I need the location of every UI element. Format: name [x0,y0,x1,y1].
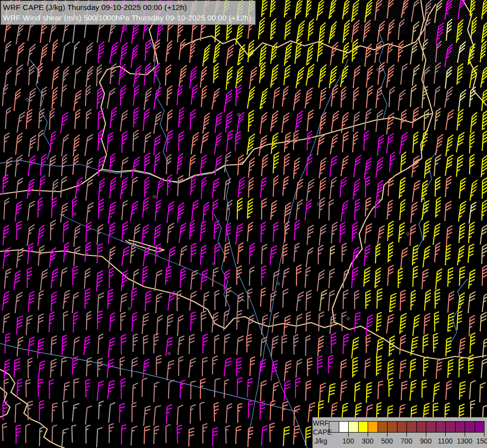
legend-tick [465,433,465,437]
legend-tick [445,433,446,437]
legend-cell [358,421,369,433]
legend-colorbar: 100300500700900110013001500 [313,418,487,448]
legend-cell [445,421,456,433]
wind-shear-title-line: WRF Wind shear (m/s) 500/1000hPa Thursda… [3,12,251,23]
cape-legend: WRF CAPE J/kg 10030050070090011001300150… [312,417,487,448]
legend-tick-label: 300 [357,437,379,445]
legend-cell [387,421,397,433]
legend-tick-label: 1300 [454,437,476,445]
legend-tick [368,433,368,437]
legend-tick-label: 900 [415,437,437,445]
legend-cell [416,421,427,433]
legend-cell [397,421,407,433]
legend-cell [465,421,475,433]
legend-cell [368,421,378,433]
cape-title-line: WRF CAPE (J/kg) Thursday 09-10-2025 00:0… [3,2,251,12]
legend-tick [387,433,388,437]
legend-cell [406,421,417,433]
legend-cell [436,421,446,433]
legend-cell [329,421,339,433]
legend-tick [348,433,349,437]
legend-tick [484,433,485,437]
weather-map-stage: WRF CAPE (J/kg) Thursday 09-10-2025 00:0… [0,0,487,448]
map-canvas [0,0,487,448]
map-header: WRF CAPE (J/kg) Thursday 09-10-2025 00:0… [0,0,256,25]
legend-tick [406,433,407,437]
legend-tick [426,433,426,437]
legend-tick-label: 500 [376,437,398,445]
legend-tick-label: 1500 [473,437,487,445]
legend-tick-label: 100 [337,437,359,445]
legend-cell [455,421,466,433]
legend-tick-label: 1100 [434,437,456,445]
legend-cell [378,421,388,433]
legend-cell [339,421,349,433]
legend-cell [426,421,436,433]
legend-cell [348,421,359,433]
legend-cell [475,421,485,433]
legend-tick-label: 700 [395,437,417,445]
